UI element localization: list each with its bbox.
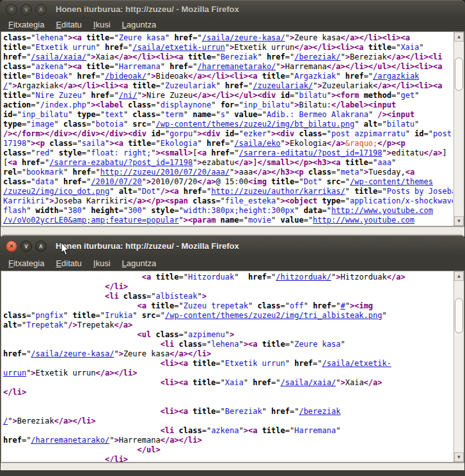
menu-ikusi[interactable]: Ikusi: [88, 18, 116, 31]
titlebar-top[interactable]: ×∨∧ Honen iturburua: http://zuzeu/ - Moz…: [0, 0, 465, 18]
text-token: ": [336, 72, 340, 81]
text-token: =": [216, 407, 225, 416]
scrollbar[interactable]: ▲ ▼: [453, 271, 464, 462]
text-token: ": [340, 340, 345, 349]
value-token: Zeure kasa: [294, 340, 340, 349]
source-link[interactable]: /harremanetarako/: [198, 62, 276, 71]
scrollbar-thumb[interactable]: [455, 298, 463, 333]
source-link[interactable]: /wp-content/themes/zuzeu2/img/bt_bilatu.…: [155, 120, 354, 129]
attribute-token: href: [248, 378, 271, 387]
value-token: Hitzorduak: [188, 273, 234, 282]
menu-laguntza[interactable]: Laguntza: [116, 256, 162, 271]
tag-token: </a>: [327, 139, 345, 148]
value-token: Dot: [304, 177, 318, 186]
attribute-token: class: [3, 62, 26, 71]
source-link[interactable]: /saila/xaia/: [31, 52, 86, 61]
value-token: bookmark: [26, 168, 63, 177]
source-link[interactable]: /bereziak/: [294, 52, 340, 61]
minimize-button[interactable]: ∨: [20, 4, 32, 15]
source-link[interactable]: http://www.youtube.com: [313, 216, 414, 225]
scroll-down-button[interactable]: ▼: [454, 216, 464, 226]
maximize-button[interactable]: ∧: [35, 4, 47, 15]
tag-token: ><a: [244, 426, 258, 435]
attribute-token: title: [364, 43, 391, 52]
value-token: bilatu: [299, 91, 326, 100]
source-link[interactable]: /saila/zeure-kasa/: [202, 33, 285, 42]
source-link[interactable]: /hitzorduak/: [276, 273, 331, 282]
source-line: /">Bereziak</a></li>: [3, 416, 453, 426]
tag-token: /><input: [373, 110, 414, 119]
source-link[interactable]: /sarrera-editatu/?post_id=17198: [239, 148, 382, 157]
scrollbar-thumb[interactable]: [455, 58, 463, 91]
source-link[interactable]: http://zuzeu/2010/07/20/aaa/: [100, 168, 230, 177]
value-token: width:380px;height:300px: [184, 206, 294, 215]
attribute-token: class: [3, 311, 26, 320]
source-link[interactable]: /zuzeu2/img/ico_dot.png: [3, 187, 109, 196]
menu-ikusi[interactable]: Ikusi: [88, 256, 116, 271]
tag-token: >: [49, 196, 54, 205]
source-link[interactable]: urrun: [3, 369, 26, 377]
source-link[interactable]: /saila/xaia/: [281, 378, 336, 387]
attribute-token: src: [128, 120, 146, 129]
close-button[interactable]: ×: [6, 241, 17, 252]
value-token: bilatu: [387, 120, 414, 129]
attribute-token: title: [188, 407, 216, 416]
text-token: =": [230, 148, 239, 157]
scroll-up-button[interactable]: ▲: [454, 271, 464, 281]
source-link[interactable]: /saila/etxetik-urrun: [132, 43, 225, 52]
text-token: =": [155, 81, 164, 90]
tag-token: ><a: [109, 139, 123, 148]
minimize-button[interactable]: ∨: [20, 241, 32, 252]
menu-editatu[interactable]: Editatu: [50, 256, 87, 271]
attribute-token: class: [174, 426, 201, 435]
value-token: gorpu: [169, 129, 193, 138]
source-link[interactable]: http://zuzeu/author/karrikas/: [211, 187, 345, 196]
text-token: =": [202, 187, 211, 196]
tag-token: </a></li><li><a: [59, 81, 128, 90]
menu-fitxategia[interactable]: Fitxategia: [3, 256, 50, 271]
value-token: azpimenu: [188, 330, 225, 339]
tag-token: </a></li>: [54, 416, 96, 425]
scroll-down-button[interactable]: ▼: [454, 452, 464, 462]
scrollbar[interactable]: ▲ ▼: [453, 32, 464, 226]
source-link[interactable]: /saila/zeure-kasa/: [31, 349, 114, 358]
text-token: =": [82, 148, 91, 157]
text-token: ": [142, 206, 146, 215]
text-token: =": [285, 52, 294, 61]
text-token: =": [267, 273, 276, 282]
source-link[interactable]: /sarrera-ezabatu/?post_id=17198: [49, 158, 193, 167]
source-link[interactable]: /harremanetarako/: [31, 436, 109, 445]
value-token: Karrikiri: [3, 196, 45, 205]
source-link[interactable]: http://www.youtube.com: [331, 206, 433, 215]
menu-fitxategia[interactable]: Fitxategia: [3, 18, 50, 31]
maximize-button[interactable]: ∧: [35, 241, 47, 252]
source-link[interactable]: /zuzeulariak/: [253, 81, 313, 90]
source-link[interactable]: /saila/etxetik-: [322, 359, 391, 368]
source-link[interactable]: /ni/: [119, 91, 138, 100]
text-token: =": [17, 321, 26, 329]
scroll-up-button[interactable]: ▲: [454, 32, 464, 42]
source-line: type="image" class="botoia" src="/wp-con…: [3, 120, 453, 129]
tag-token: ><object: [281, 196, 318, 205]
source-link[interactable]: /v/oVo02ycrLE0&amp;amp;feature=popular: [3, 216, 179, 225]
menu-editatu[interactable]: Editatu: [50, 18, 87, 31]
source-link[interactable]: #: [340, 301, 345, 310]
menubar-bottom: FitxategiaEditatuIkusiLaguntza: [0, 256, 465, 271]
text-token: =": [22, 52, 31, 61]
attribute-token: title: [267, 177, 294, 186]
titlebar-bottom[interactable]: ×∨∧ Honen iturburua: http://zuzeu/ - Moz…: [0, 235, 465, 256]
tag-token: ><img: [350, 301, 373, 310]
source-link[interactable]: /wp-content/themes/zuzeu2/img/tri_albist…: [165, 311, 382, 320]
text-token: Bereziak: [350, 52, 387, 61]
attribute-token: style: [146, 206, 174, 215]
source-link[interactable]: /bideoak/: [105, 72, 146, 81]
attribute-token: src: [138, 311, 156, 320]
tag-token: >: [345, 52, 350, 61]
source-link[interactable]: /wp-content/themes: [350, 177, 433, 186]
close-button[interactable]: ×: [6, 4, 17, 15]
menu-laguntza[interactable]: Laguntza: [116, 18, 162, 31]
source-link[interactable]: /argazkiak: [373, 72, 419, 81]
source-link[interactable]: /saila/eko: [234, 139, 280, 148]
source-link[interactable]: /2010/07/20: [91, 177, 141, 186]
source-link[interactable]: /bereziak: [299, 407, 340, 416]
